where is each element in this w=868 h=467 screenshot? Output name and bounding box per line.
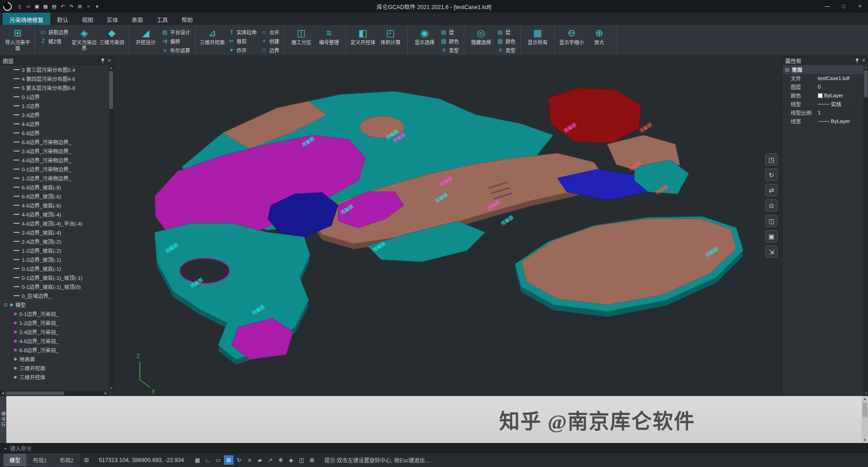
status-toggle-grid[interactable]: ▦	[193, 455, 202, 465]
ribbon-button-3d-excavation-surface[interactable]: ⊿三维开挖面	[199, 26, 225, 46]
app-logo-icon[interactable]	[1, 0, 14, 13]
maximize-button[interactable]: □	[835, 0, 852, 13]
status-toggle-settings[interactable]: ✻	[276, 455, 286, 465]
menu-tab-solid[interactable]: 实体	[100, 13, 125, 25]
scroll-thumb[interactable]	[864, 71, 868, 98]
color-swatch[interactable]	[818, 93, 823, 98]
ribbon-button-define-pollution-boundary[interactable]: ◈定义污染边界	[71, 26, 97, 52]
command-panel-tab[interactable]: 命令行	[0, 396, 6, 443]
ribbon-button-show-selection[interactable]: ◉显示选择	[411, 26, 438, 46]
status-toggle-dynamic-ucs[interactable]: ⊞	[224, 455, 234, 465]
model-canvas[interactable]: 污染羽污染羽污染羽污染羽污染羽污染羽污染羽污染羽污染羽污染羽污染羽污染羽污染羽污…	[114, 56, 782, 396]
tree-item[interactable]: 0-1边界_坡底(-1)_坡顶(-1)	[0, 273, 109, 282]
tree-item[interactable]: ◆0-1边界_污染羽_	[0, 309, 109, 318]
viewport-tool-ucs[interactable]: ◳	[765, 153, 777, 165]
tree-item[interactable]: 4 第四层污染分布图4-6	[0, 74, 109, 83]
layers-vertical-scrollbar[interactable]: ▲ ▼	[109, 65, 114, 391]
viewport[interactable]: 污染羽污染羽污染羽污染羽污染羽污染羽污染羽污染羽污染羽污染羽污染羽污染羽污染羽污…	[114, 56, 782, 396]
ribbon-button-show-color[interactable]: ▨颜色	[439, 37, 460, 45]
pin-icon[interactable]	[855, 58, 859, 63]
menu-tab-view[interactable]: 视图	[75, 13, 100, 25]
ribbon-button-construction-zoning[interactable]: ◫施工分区	[288, 26, 315, 46]
tree-item[interactable]: 6-8边界	[0, 128, 109, 137]
ribbon-button-hide-layer[interactable]: ▤层	[496, 28, 517, 36]
menu-tab-remediation[interactable]: 污染场地修复	[3, 13, 50, 25]
tree-item[interactable]: 6-8边界_坡顶(-6)	[0, 192, 109, 201]
ribbon-button-3d-pollution-plume[interactable]: ◆三维污染羽	[99, 26, 125, 46]
property-value-file[interactable]: testCase1.kdf	[818, 75, 868, 81]
status-toggle-orbit[interactable]: ↻	[234, 455, 244, 465]
ribbon-button-show-layer[interactable]: ▤层	[439, 28, 460, 36]
open-file-icon[interactable]: ▱	[24, 4, 33, 9]
model-region-island-top[interactable]	[521, 219, 736, 305]
status-toggle-isolate[interactable]: ◈	[286, 455, 296, 465]
status-toggle-ortho[interactable]: ∟	[203, 455, 213, 465]
tree-item[interactable]: 0-1边界_坡底(-1)	[0, 264, 109, 273]
tree-item[interactable]: 0-1边界_坡底(-1)_坡顶(0)	[0, 282, 109, 291]
ribbon-button-text-zoom-out[interactable]: ⊖显示字缩小	[558, 26, 585, 46]
ribbon-button-offset[interactable]: ⇉偏移	[160, 37, 191, 45]
ribbon-button-explode[interactable]: ✶炸开	[227, 46, 258, 54]
scroll-thumb[interactable]	[863, 403, 867, 417]
ribbon-button-hide-color[interactable]: ▨颜色	[496, 37, 517, 45]
ribbon-button-assign-z-value[interactable]: Z赋Z值	[38, 37, 70, 45]
scroll-up-icon[interactable]: ▲	[109, 65, 114, 70]
ribbon-button-boundary[interactable]: □边界	[259, 46, 281, 54]
scroll-left-icon[interactable]: ◀	[0, 392, 5, 395]
ribbon-button-hide-selection[interactable]: ◎隐藏选择	[468, 26, 494, 46]
close-panel-icon[interactable]: ×	[862, 57, 865, 64]
model-region-dark-red[interactable]	[548, 88, 641, 143]
status-toggle-viewcube[interactable]: ◫	[297, 455, 306, 465]
viewport-tool-views[interactable]: ▣	[765, 230, 777, 242]
ribbon-button-get-boundary[interactable]: ▭获取边界	[38, 28, 70, 36]
scroll-thumb[interactable]	[5, 392, 64, 395]
viewport-tool-orbit[interactable]: ↻	[765, 169, 777, 181]
property-value-color[interactable]: ByLayer	[818, 93, 868, 98]
print-icon[interactable]: ▤	[50, 4, 58, 9]
scroll-down-icon[interactable]: ▼	[863, 392, 868, 396]
scroll-up-icon[interactable]: ▲	[862, 396, 868, 402]
scroll-up-icon[interactable]: ▲	[863, 65, 868, 70]
properties-scrollbar[interactable]: ▲ ▼	[863, 65, 868, 396]
scroll-down-icon[interactable]: ▼	[862, 437, 868, 443]
ribbon-button-text-zoom-in[interactable]: ⊕放大	[586, 26, 612, 46]
tree-item[interactable]: 6-8边界_污染物边界_	[0, 137, 109, 146]
property-value-linetype[interactable]: 实线	[818, 100, 868, 108]
tree-item[interactable]: 4-6边界_坡顶(-4)	[0, 210, 109, 219]
pin-icon[interactable]	[100, 58, 105, 63]
menu-tab-default[interactable]: 默认	[50, 13, 75, 25]
ribbon-button-create[interactable]: +创建	[259, 37, 281, 45]
tree-item[interactable]: 1-2边界	[0, 101, 109, 110]
tree-item[interactable]: ◆三维开挖体	[0, 373, 109, 382]
collapse-icon[interactable]: ⊟	[785, 67, 789, 72]
tree-item[interactable]: 0-1边界	[0, 92, 109, 101]
ribbon-button-import-pollution-plane[interactable]: ⊞导入污染平面	[5, 26, 31, 52]
tree-item[interactable]: 3 第三层污染分布图2-4	[0, 65, 109, 74]
ribbon-button-platform-design[interactable]: ▤平台设计	[160, 28, 191, 36]
tree-item[interactable]: ◆4-6边界_污染羽_	[0, 336, 109, 345]
property-value-layer[interactable]: 0	[818, 84, 868, 90]
tree-item[interactable]: ◆地表面	[0, 354, 109, 363]
property-value-lineweight[interactable]: ByLayer	[818, 118, 868, 124]
close-panel-icon[interactable]: ×	[108, 57, 111, 64]
viewport-tool-viewcube[interactable]: ◫	[765, 215, 777, 227]
ribbon-button-hide-type[interactable]: ≡类型	[496, 46, 517, 54]
status-toggle-snap[interactable]: ▭	[214, 455, 223, 465]
tree-item[interactable]: 2-4边界_坡底(-4)	[0, 228, 109, 237]
scroll-thumb[interactable]	[109, 71, 113, 109]
ribbon-button-show-all[interactable]: ▦显示所有	[525, 26, 551, 46]
tree-item[interactable]: 4-6边界	[0, 119, 109, 128]
ribbon-button-trim[interactable]: ✂裁剪	[227, 37, 258, 45]
menu-tab-surface[interactable]: 表面	[125, 13, 150, 25]
tree-item[interactable]: 5 第五层污染分布图6-8	[0, 83, 109, 92]
tree-item[interactable]: 1-2边界_污染物边界_	[0, 174, 109, 183]
minimize-button[interactable]: —	[819, 0, 835, 13]
status-toggle-linetype[interactable]: ≡	[245, 455, 254, 465]
tree-item[interactable]: ◆6-8边界_污染羽_	[0, 345, 109, 354]
redo-icon[interactable]: ↷	[67, 4, 76, 9]
window-icon[interactable]: ⊞	[76, 4, 84, 9]
tree-item[interactable]: 1-2边界_坡底(-2)	[0, 246, 109, 255]
tree-node-model[interactable]: ⊟◈模型	[0, 300, 109, 309]
scroll-down-icon[interactable]: ▼	[109, 386, 114, 391]
tree-item[interactable]: 2-4边界_坡顶(-2)	[0, 237, 109, 246]
